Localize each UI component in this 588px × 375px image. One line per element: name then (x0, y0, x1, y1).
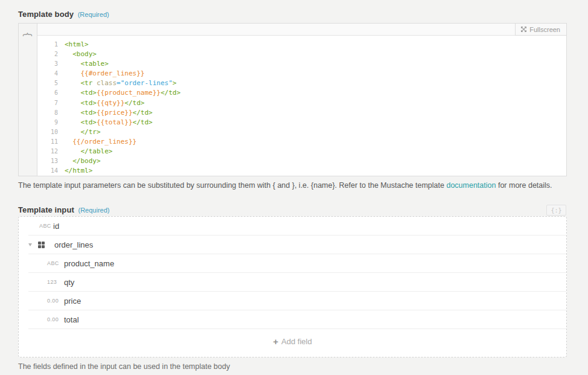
code-text: </html> (58, 166, 92, 176)
chevron-down-icon[interactable] (28, 243, 36, 246)
field-type-badge: 0.00 (47, 298, 64, 304)
field-name: qty (64, 278, 74, 287)
editor-toolbar: Fullscreen (37, 24, 566, 36)
code-text: <td>{{total}}</td> (58, 118, 153, 127)
field-row-product_name[interactable]: ABCproduct_name (28, 254, 566, 273)
plus-icon: + (273, 337, 278, 346)
code-line: 3 <table> (37, 59, 566, 69)
template-input-required-badge: (Required) (78, 207, 110, 214)
field-name: id (53, 222, 59, 231)
line-number: 8 (37, 108, 58, 118)
page: Template body (Required) { Fullscreen 1<… (0, 0, 588, 375)
code-text: <tr class="order-lines"> (58, 79, 176, 88)
line-number: 12 (37, 147, 58, 156)
template-input-header: Template input (Required) (18, 205, 109, 214)
code-text: <html> (58, 40, 89, 50)
documentation-link[interactable]: documentation (446, 181, 496, 190)
code-line: 12 </table> (37, 147, 566, 156)
line-number: 13 (37, 156, 58, 166)
code-text: <table> (58, 59, 109, 69)
field-row-price[interactable]: 0.00price (28, 292, 566, 310)
field-type-badge: ABC (47, 260, 64, 266)
line-number: 14 (37, 166, 58, 176)
line-number: 6 (37, 88, 58, 98)
field-name: product_name (64, 259, 114, 268)
code-text: {{#order_lines}} (58, 69, 144, 79)
help-text: The template input parameters can be sub… (18, 181, 570, 190)
code-line: 10 </tr> (37, 127, 566, 137)
add-field-label: Add field (281, 337, 312, 346)
code-line: 11 {{/order_lines}} (37, 137, 566, 147)
code-line: 8 <td>{{price}}</td> (37, 108, 566, 118)
field-row-total[interactable]: 0.00total (28, 310, 566, 329)
code-line: 9 <td>{{total}}</td> (37, 118, 566, 127)
help-text-before: The template input parameters can be sub… (18, 181, 446, 190)
template-input-panel: ABCidorder_linesABCproduct_name123qty0.0… (18, 216, 567, 357)
code-line: 7 <td>{{qty}}</td> (37, 98, 566, 108)
code-text: </body> (58, 156, 101, 166)
schema-code-button[interactable]: {:} (546, 205, 566, 216)
line-number: 10 (37, 127, 58, 137)
line-number: 9 (37, 118, 58, 127)
line-number: 3 (37, 59, 58, 69)
field-name: order_lines (54, 240, 93, 249)
line-number: 11 (37, 137, 58, 147)
code-line: 6 <td>{{product_name}}</td> (37, 88, 566, 98)
editor-gutter: { (19, 24, 37, 176)
field-list: ABCidorder_linesABCproduct_name123qty0.0… (19, 217, 566, 329)
fullscreen-button[interactable]: Fullscreen (515, 23, 567, 36)
template-input-label: Template input (18, 205, 74, 214)
code-text: </tr> (58, 127, 101, 137)
field-row-id[interactable]: ABCid (28, 217, 566, 236)
grid-icon (38, 242, 45, 248)
field-row-qty[interactable]: 123qty (28, 273, 566, 292)
line-number: 2 (37, 50, 58, 59)
code-area[interactable]: 1<html>2 <body>3 <table>4 {{#order_lines… (37, 36, 566, 176)
field-type-badge: 0.00 (47, 316, 64, 322)
code-text: <body> (58, 50, 97, 59)
expand-icon (521, 27, 526, 32)
line-number: 4 (37, 69, 58, 79)
template-body-label: Template body (18, 10, 74, 19)
code-line: 4 {{#order_lines}} (37, 69, 566, 79)
code-line: 13 </body> (37, 156, 566, 166)
template-body-header: Template body (Required) (18, 10, 109, 19)
field-row-order_lines[interactable]: order_lines (28, 236, 566, 254)
field-type-badge: ABC (39, 223, 53, 229)
code-line: 1<html> (37, 40, 566, 50)
code-text: <td>{{product_name}}</td> (58, 88, 181, 98)
code-text: <td>{{qty}}</td> (58, 98, 144, 108)
field-name: total (64, 315, 79, 324)
help-text-after: for more details. (496, 181, 552, 190)
line-number: 1 (37, 40, 58, 50)
code-text: {{/order_lines}} (58, 137, 136, 147)
collapse-handle-icon[interactable]: { (25, 31, 31, 37)
field-type-badge: 123 (47, 279, 64, 285)
field-name: price (64, 296, 81, 306)
fullscreen-label: Fullscreen (529, 26, 560, 33)
footer-note: The fields defined in the input can be u… (18, 362, 230, 371)
code-line: 14</html> (37, 166, 566, 176)
add-field-button[interactable]: + Add field (19, 329, 566, 354)
code-text: <td>{{price}}</td> (58, 108, 153, 118)
code-line: 2 <body> (37, 50, 566, 59)
editor-main: Fullscreen 1<html>2 <body>3 <table>4 {{#… (37, 24, 566, 176)
code-line: 5 <tr class="order-lines"> (37, 79, 566, 88)
template-body-required-badge: (Required) (78, 11, 109, 18)
line-number: 7 (37, 98, 58, 108)
line-number: 5 (37, 79, 58, 88)
code-text: </table> (58, 147, 112, 156)
code-editor: { Fullscreen 1<html>2 <body>3 <table>4 {… (18, 23, 567, 176)
